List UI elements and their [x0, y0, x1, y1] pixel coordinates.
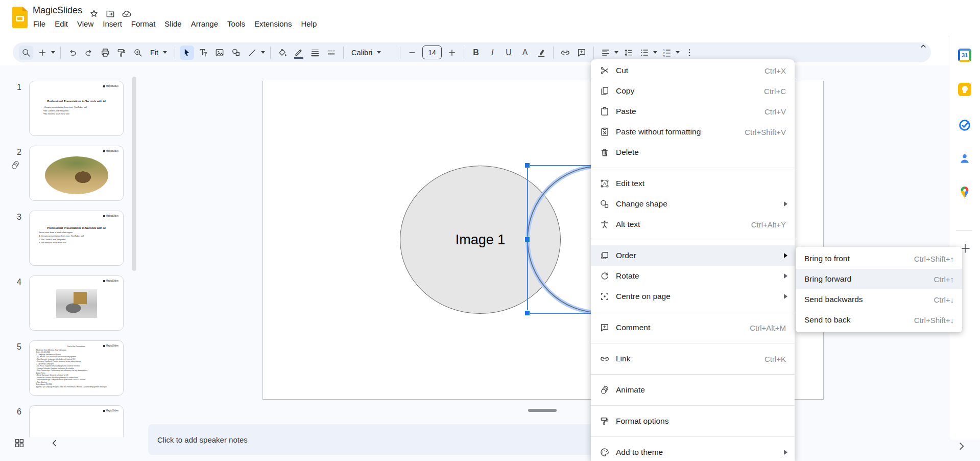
slide-thumbnail-2[interactable]: MagicSlides [29, 146, 124, 201]
border-dash-button[interactable] [324, 45, 339, 60]
text-box-button[interactable] [196, 45, 210, 60]
zoom-in-button[interactable] [131, 45, 145, 60]
cursor-icon [182, 48, 192, 58]
undo-button[interactable] [65, 45, 80, 60]
filmstrip-scrollbar[interactable] [132, 77, 136, 271]
comment-add-button[interactable] [575, 45, 589, 60]
show-side-panel-button[interactable] [956, 441, 967, 452]
document-title[interactable]: MagicSlides [33, 5, 82, 16]
minus-icon [407, 48, 417, 58]
menu-item-paste-without-formatting[interactable]: Paste without formattingCtrl+Shift+V [591, 122, 795, 142]
menu-item-add-to-theme[interactable]: Add to theme [591, 442, 795, 461]
align-left-button[interactable] [599, 45, 613, 60]
search-button[interactable] [19, 45, 33, 60]
change-shape-icon [600, 199, 610, 209]
more-vert-button[interactable] [682, 45, 697, 60]
image-button[interactable] [212, 45, 227, 60]
resize-handle-top-left[interactable] [524, 163, 530, 168]
menu-item-comment[interactable]: CommentCtrl+Alt+M [591, 317, 795, 338]
hide-menus-button[interactable] [916, 39, 930, 53]
menu-item-animate[interactable]: Animate [591, 380, 795, 400]
bullet-list-button[interactable] [637, 45, 652, 60]
slide-thumbnail-4[interactable]: MagicSlides [29, 275, 124, 331]
menu-item-change-shape[interactable]: Change shape [591, 194, 795, 214]
menu-item-delete[interactable]: Delete [591, 142, 795, 163]
menubar-format[interactable]: Format [127, 18, 160, 30]
text-color-button[interactable]: A [518, 45, 532, 60]
toolbar-separator [60, 47, 61, 59]
redo-button[interactable] [82, 45, 96, 60]
calendar-icon[interactable]: 31 [958, 49, 971, 62]
keep-icon[interactable] [958, 83, 971, 96]
menu-item-rotate[interactable]: Rotate [591, 266, 795, 286]
menubar-extensions[interactable]: Extensions [250, 18, 296, 30]
resize-handle-middle-left[interactable] [524, 237, 530, 242]
submenu-item-bring-forward[interactable]: Bring forwardCtrl+↑ [796, 269, 962, 289]
maps-icon[interactable] [958, 186, 971, 199]
menu-item-order[interactable]: Order [591, 245, 795, 266]
menubar-edit[interactable]: Edit [50, 18, 73, 30]
cursor-button[interactable] [180, 45, 194, 60]
menubar-insert[interactable]: Insert [98, 18, 127, 30]
chevron-down-icon[interactable] [261, 51, 265, 54]
slides-logo-icon[interactable] [12, 7, 28, 28]
menu-item-format-options[interactable]: Format options [591, 411, 795, 431]
highlight-button[interactable] [534, 45, 548, 60]
border-color-button[interactable] [292, 45, 306, 60]
star-icon[interactable] [89, 9, 99, 19]
bold-button[interactable]: B [469, 45, 483, 60]
menu-item-edit-text[interactable]: AEdit text [591, 173, 795, 194]
menubar-tools[interactable]: Tools [223, 18, 250, 30]
submenu-item-bring-to-front[interactable]: Bring to frontCtrl+Shift+↑ [796, 248, 962, 269]
line-button[interactable] [245, 45, 259, 60]
plus-button[interactable] [35, 45, 50, 60]
menubar-help[interactable]: Help [296, 18, 321, 30]
slide-thumbnail-5[interactable]: MagicSlidesEnd of the PresentationMarket… [29, 340, 124, 396]
link-button[interactable] [558, 45, 572, 60]
chevron-down-icon[interactable] [653, 51, 657, 54]
horizontal-scrollbar[interactable] [528, 409, 557, 412]
fit-label-dropdown[interactable]: Fit [146, 49, 171, 57]
plus-button[interactable] [445, 45, 459, 60]
chevron-down-icon[interactable] [614, 51, 618, 54]
underline-button[interactable]: U [501, 45, 516, 60]
menu-item-copy[interactable]: CopyCtrl+C [591, 81, 795, 101]
resize-handle-bottom-left[interactable] [524, 310, 530, 316]
submenu-shortcut: Ctrl+Shift+↑ [914, 255, 954, 263]
slide-thumbnail-3[interactable]: MagicSlidesProfessional Presentations in… [29, 211, 124, 266]
number-list-button[interactable]: 123 [660, 45, 674, 60]
shape-button[interactable] [229, 45, 243, 60]
paint-roller-button[interactable] [114, 45, 129, 60]
cloud-check-icon[interactable] [122, 9, 132, 19]
chevron-down-icon[interactable] [676, 51, 680, 54]
submenu-item-send-to-back[interactable]: Send to backCtrl+Shift+↓ [796, 310, 962, 330]
align-left-icon [601, 48, 611, 58]
border-weight-button[interactable] [308, 45, 322, 60]
print-button[interactable] [98, 45, 112, 60]
menubar-arrange[interactable]: Arrange [186, 18, 223, 30]
menu-item-cut[interactable]: CutCtrl+X [591, 60, 795, 81]
menu-item-alt-text[interactable]: Alt textCtrl+Alt+Y [591, 214, 795, 235]
italic-button[interactable]: I [485, 45, 499, 60]
menu-item-link[interactable]: LinkCtrl+K [591, 349, 795, 369]
minus-button[interactable] [405, 45, 419, 60]
chevron-down-icon[interactable] [51, 51, 55, 54]
menu-item-centre-on-page[interactable]: Centre on page [591, 286, 795, 307]
menu-item-paste[interactable]: PasteCtrl+V [591, 101, 795, 122]
contacts-icon[interactable] [958, 152, 971, 165]
line-spacing-button[interactable] [621, 45, 635, 60]
tasks-icon[interactable] [958, 119, 971, 132]
fill-button[interactable] [275, 45, 290, 60]
slide-thumbnail-6[interactable]: MagicSlides [29, 405, 124, 437]
font-name-dropdown[interactable]: Calibri [347, 49, 396, 57]
menubar-view[interactable]: View [73, 18, 98, 30]
mini-logo-text: MagicSlides [106, 85, 118, 87]
grid-view-button[interactable] [14, 437, 25, 449]
slide-thumbnail-1[interactable]: MagicSlidesProfessional Presentations in… [29, 81, 124, 136]
font-size-input[interactable]: 14 [422, 45, 442, 59]
folder-move-icon[interactable] [105, 9, 115, 19]
collapse-filmstrip-button[interactable] [50, 438, 60, 448]
menubar-file[interactable]: File [29, 18, 50, 30]
menubar-slide[interactable]: Slide [160, 18, 186, 30]
submenu-item-send-backwards[interactable]: Send backwardsCtrl+↓ [796, 289, 962, 310]
